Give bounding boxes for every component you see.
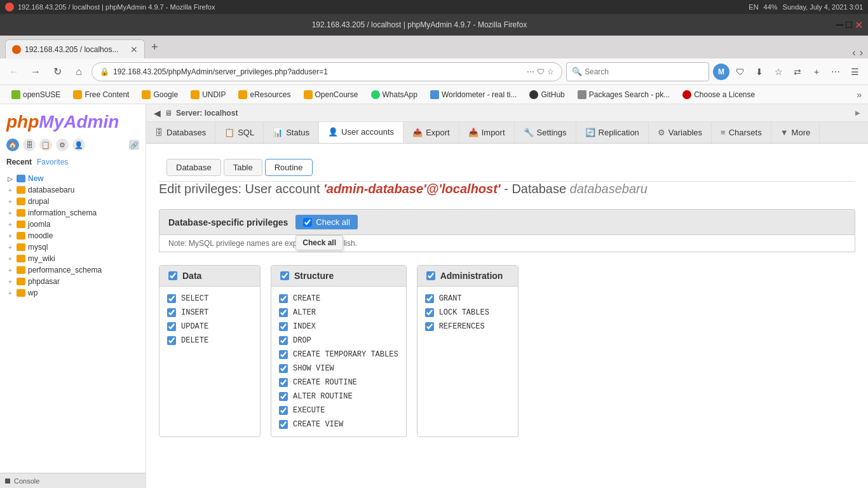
pma-main-content: ◀ 🖥 Server: localhost ▶ 🗄 Databases 📋 SQ… [146,104,868,488]
search-bar[interactable]: 🔍 [566,62,709,81]
bookmark-undip[interactable]: UNDIP [186,89,231,100]
bookmark-packages[interactable]: Packages Search - pk... [573,89,675,100]
tab-user-accounts[interactable]: 👤 User accounts [319,122,403,143]
pma-db-wp[interactable]: + wp [0,287,146,299]
tab-replication[interactable]: 🔄 Replication [576,122,649,143]
nav-download-icon[interactable]: ⬇ [751,64,768,80]
nav-back-button[interactable]: ← [5,63,23,81]
pma-db-phpdasar[interactable]: + phpdasar [0,276,146,287]
pma-db-moodle[interactable]: + moodle [0,230,146,241]
bookmarks-more-button[interactable]: » [857,90,862,100]
subtab-database[interactable]: Database [166,159,221,176]
tab-close-button[interactable]: ✕ [130,44,138,55]
drop-checkbox[interactable] [279,336,288,345]
pma-db-drupal[interactable]: + drupal [0,196,146,207]
nav-add-icon[interactable]: + [808,64,825,80]
tab-status[interactable]: 📊 Status [264,122,319,143]
pma-settings-icon[interactable]: ⚙ [56,139,69,151]
bookmark-opensuse[interactable]: openSUSE [6,89,65,100]
tab-nav-forward[interactable]: › [860,47,863,58]
bookmark-google[interactable]: Google [137,89,183,100]
search-input[interactable] [585,67,703,76]
pma-new-db-item[interactable]: ▷ New [0,173,146,184]
bookmark-github[interactable]: GitHub [524,89,569,100]
create-routine-checkbox[interactable] [279,378,288,387]
pma-db-icon[interactable]: 🗄 [23,139,36,151]
select-checkbox[interactable] [167,294,176,303]
bookmark-license[interactable]: Choose a License [677,89,760,100]
bookmark-opensuse-label: openSUSE [23,90,60,99]
references-checkbox[interactable] [425,322,434,331]
pma-db-joomla[interactable]: + joomla [0,219,146,230]
bookmark-eresources[interactable]: eResources [233,89,295,100]
tab-import[interactable]: 📥 Import [459,122,515,143]
nav-shield-icon[interactable]: 🛡 [732,64,749,80]
new-tab-button[interactable]: + [146,41,163,54]
address-star-icon[interactable]: ☆ [547,67,554,76]
pma-nav-link[interactable]: 🔗 [129,140,139,150]
pma-db-performance-schema[interactable]: + performance_schema [0,264,146,276]
tab-export[interactable]: 📤 Export [403,122,459,143]
address-shield-icon[interactable]: 🛡 [537,67,545,76]
admin-header-checkbox[interactable] [426,271,435,280]
pma-db-databasebaru[interactable]: + databasebaru [0,184,146,196]
tab-databases[interactable]: 🗄 Databases [146,122,215,143]
pma-db-information-schema[interactable]: + information_schema [0,207,146,219]
check-all-button[interactable]: Check all [295,215,357,229]
maximize-button[interactable]: □ [846,19,852,30]
execute-checkbox[interactable] [279,406,288,415]
pma-favorites-tab[interactable]: Favorites [37,158,68,166]
tab-sql[interactable]: 📋 SQL [215,122,264,143]
create-temp-checkbox[interactable] [279,350,288,359]
pma-sql-icon[interactable]: 📋 [39,139,52,151]
grant-checkbox[interactable] [425,294,434,303]
tab-variables[interactable]: ⚙ Variables [649,122,712,143]
tab-charsets[interactable]: ≡ Charsets [712,122,771,143]
create-temp-label: CREATE TEMPORARY TABLES [293,350,398,359]
nav-more-icon[interactable]: ⋯ [827,64,844,80]
alter-routine-checkbox[interactable] [279,392,288,401]
alter-checkbox[interactable] [279,308,288,317]
nav-profile-icon[interactable]: M [713,64,729,80]
subtab-routine[interactable]: Routine [265,159,313,176]
structure-header-checkbox[interactable] [280,271,289,280]
bookmark-whatsapp[interactable]: WhatsApp [366,89,423,100]
nav-refresh-button[interactable]: ↻ [48,63,66,81]
pma-db-mysql[interactable]: + mysql [0,241,146,253]
address-bar[interactable]: 🔒 192.168.43.205/phpMyAdmin/server_privi… [92,62,562,81]
bookmark-worldometer[interactable]: Worldometer - real ti... [425,89,522,100]
update-checkbox[interactable] [167,322,176,331]
index-checkbox[interactable] [279,322,288,331]
bookmark-free-content[interactable]: Free Content [68,89,134,100]
nav-home-button[interactable]: ⌂ [70,63,88,81]
browser-tabbar: 192.168.43.205 / localhos... ✕ + ‹ › [0,36,868,58]
bookmark-opencourse[interactable]: OpenCourse [299,89,363,100]
insert-checkbox[interactable] [167,308,176,317]
nav-menu-icon[interactable]: ☰ [846,64,863,80]
priv-create-view: CREATE VIEW [279,417,398,431]
nav-sync-icon[interactable]: ⇄ [789,64,806,80]
nav-forward-button[interactable]: → [27,63,44,81]
check-all-checkbox[interactable] [303,218,312,227]
address-bookmark-icon[interactable]: ⋯ [527,67,534,76]
subtab-table[interactable]: Table [224,159,262,176]
tab-settings[interactable]: 🔧 Settings [515,122,576,143]
nav-bookmark-star-icon[interactable]: ☆ [770,64,787,80]
delete-checkbox[interactable] [167,336,176,345]
close-button[interactable]: ✕ [855,19,863,31]
pma-user-icon[interactable]: 👤 [72,139,85,151]
pma-home-icon[interactable]: 🏠 [6,139,19,151]
lock-tables-checkbox[interactable] [425,308,434,317]
show-view-checkbox[interactable] [279,364,288,373]
pma-collapse-right[interactable]: ▶ [855,109,860,116]
pma-db-my-wiki[interactable]: + my_wiki [0,253,146,264]
pma-console-bar[interactable]: Console [0,473,146,488]
create-checkbox[interactable] [279,294,288,303]
browser-tab-active[interactable]: 192.168.43.205 / localhos... ✕ [5,39,145,58]
minimize-button[interactable]: ─ [836,19,843,30]
data-header-checkbox[interactable] [168,271,177,280]
tab-nav-back[interactable]: ‹ [852,47,855,58]
create-view-checkbox[interactable] [279,420,288,429]
tab-more[interactable]: ▼ More [771,122,820,143]
pma-recent-tab[interactable]: Recent [6,158,32,166]
